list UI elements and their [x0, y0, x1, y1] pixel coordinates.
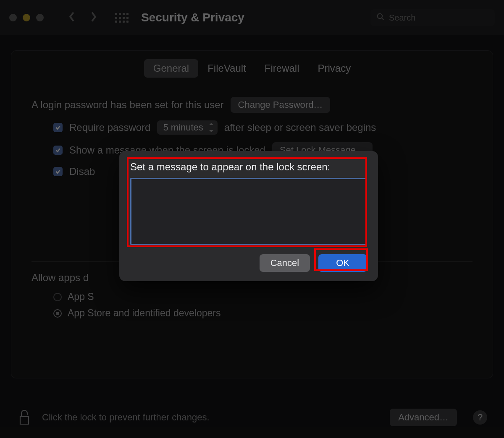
show-all-preferences-button[interactable] [115, 13, 129, 23]
require-password-after-label: after sleep or screen saver begins [224, 122, 376, 133]
cancel-button[interactable]: Cancel [260, 254, 310, 272]
close-window-button[interactable] [9, 14, 17, 21]
tab-filevault[interactable]: FileVault [198, 59, 255, 78]
zoom-window-button[interactable] [36, 14, 44, 21]
preferences-window: Security & Privacy General FileVault Fir… [0, 0, 504, 438]
sheet-button-row: Cancel OK [130, 254, 367, 272]
disable-autologin-label: Disab [69, 166, 95, 177]
allow-apps-label: Allow apps d [32, 272, 89, 284]
window-toolbar: Security & Privacy [0, 0, 504, 35]
search-field-container [370, 9, 495, 26]
nav-arrows [68, 11, 97, 24]
minimize-window-button[interactable] [23, 14, 30, 21]
svg-point-0 [378, 14, 383, 19]
help-button[interactable]: ? [473, 410, 487, 425]
radio-appstore[interactable] [53, 293, 62, 301]
set-lock-message-sheet: Set a message to appear on the lock scre… [119, 151, 378, 281]
show-lock-message-checkbox[interactable] [53, 146, 63, 155]
tab-general[interactable]: General [144, 59, 198, 78]
window-title: Security & Privacy [141, 11, 244, 24]
require-password-label: Require password [69, 122, 150, 133]
back-button[interactable] [68, 11, 76, 24]
window-footer: Click the lock to prevent further change… [0, 397, 504, 438]
disable-autologin-checkbox[interactable] [53, 167, 63, 176]
forward-button[interactable] [90, 11, 97, 24]
login-password-text: A login password has been set for this u… [32, 99, 224, 111]
ok-button[interactable]: OK [318, 254, 367, 272]
require-password-delay-select[interactable]: 5 minutes [157, 120, 217, 135]
tab-firewall[interactable]: Firewall [255, 59, 309, 78]
lock-icon[interactable] [17, 407, 32, 428]
search-icon [376, 13, 385, 23]
login-password-row: A login password has been set for this u… [32, 97, 472, 113]
radio-identified-label: App Store and identified developers [68, 308, 220, 319]
radio-identified-row: App Store and identified developers [32, 308, 472, 319]
require-password-row: Require password 5 minutes after sleep o… [32, 120, 472, 135]
lock-explanation-text: Click the lock to prevent further change… [42, 412, 210, 423]
advanced-button[interactable]: Advanced… [390, 409, 457, 426]
search-input[interactable] [389, 13, 495, 23]
radio-appstore-row: App S [32, 291, 472, 302]
radio-identified-developers[interactable] [53, 309, 62, 318]
lock-message-textarea[interactable] [130, 178, 367, 245]
change-password-button[interactable]: Change Password… [231, 97, 331, 113]
svg-line-1 [382, 18, 384, 20]
radio-appstore-label: App S [68, 291, 94, 302]
traffic-lights [9, 14, 44, 21]
sheet-prompt: Set a message to appear on the lock scre… [130, 161, 367, 173]
tab-privacy[interactable]: Privacy [308, 59, 360, 78]
tab-bar: General FileVault Firewall Privacy [32, 59, 472, 78]
require-password-checkbox[interactable] [53, 123, 63, 132]
